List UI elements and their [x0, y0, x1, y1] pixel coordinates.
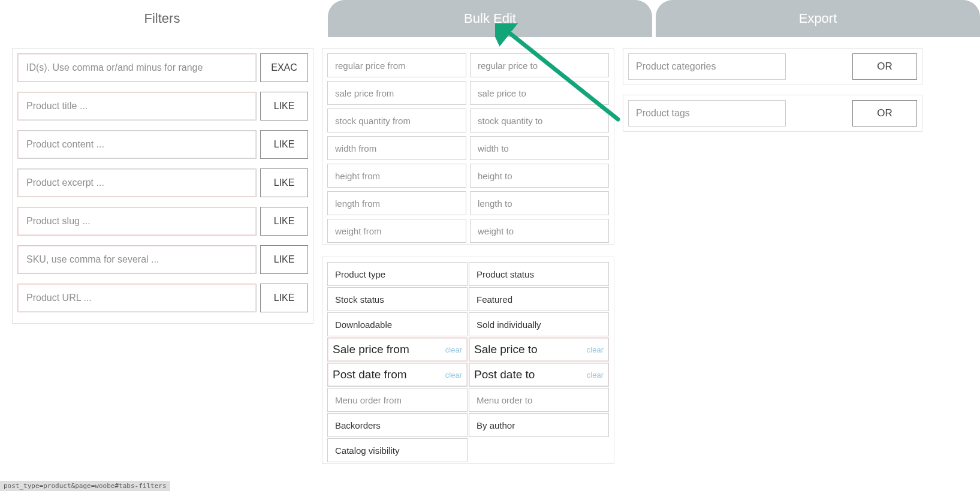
filter-row-excerpt: LIKE: [17, 168, 308, 197]
filter-row-sku: LIKE: [17, 245, 308, 274]
content-mode-select[interactable]: LIKE: [260, 130, 308, 159]
range-filters-column: Product type Product status Stock status…: [322, 48, 614, 476]
catalog-visibility-select[interactable]: Catalog visibility: [327, 438, 468, 462]
clear-link[interactable]: clear: [587, 370, 604, 379]
date-label: Post date from: [333, 368, 407, 381]
featured-select[interactable]: Featured: [469, 287, 609, 311]
sale-price-date-from[interactable]: Sale price from clear: [327, 338, 468, 362]
tabs-bar: Filters Bulk Edit Export: [0, 0, 980, 37]
width-from-input[interactable]: [327, 136, 466, 160]
stock-qty-from-input[interactable]: [327, 109, 466, 132]
height-to-input[interactable]: [470, 164, 609, 188]
slug-input[interactable]: [17, 207, 257, 236]
sale-price-from-input[interactable]: [327, 81, 466, 105]
tab-export[interactable]: Export: [656, 0, 980, 37]
height-from-input[interactable]: [327, 164, 466, 188]
sale-price-to-input[interactable]: [470, 81, 609, 105]
weight-to-input[interactable]: [470, 219, 609, 243]
product-tags-row: OR: [623, 95, 922, 132]
spacer: [791, 100, 848, 126]
text-filters-panel: EXAC LIKE LIKE LIKE LIKE LIKE: [12, 48, 313, 324]
date-label: Sale price to: [474, 343, 538, 356]
post-date-to[interactable]: Post date to clear: [469, 363, 609, 387]
clear-link[interactable]: clear: [587, 345, 604, 354]
status-bar-fragment: post_type=product&page=woobe#tabs-filter…: [0, 481, 170, 491]
filter-row-ids: EXAC: [17, 53, 308, 82]
menu-order-to-input[interactable]: [469, 388, 609, 412]
post-date-from[interactable]: Post date from clear: [327, 363, 468, 387]
length-from-input[interactable]: [327, 191, 466, 215]
title-input[interactable]: [17, 92, 257, 121]
regular-price-to-input[interactable]: [470, 53, 609, 77]
clear-link[interactable]: clear: [445, 370, 462, 379]
product-categories-input[interactable]: [628, 53, 786, 80]
date-label: Sale price from: [333, 343, 409, 356]
weight-from-input[interactable]: [327, 219, 466, 243]
numeric-ranges-panel: [322, 48, 614, 245]
filter-row-url: LIKE: [17, 284, 308, 312]
sale-price-date-to[interactable]: Sale price to clear: [469, 338, 609, 362]
tab-label: Export: [799, 11, 837, 26]
url-mode-select[interactable]: LIKE: [260, 284, 308, 312]
tab-label: Bulk Edit: [464, 11, 516, 26]
downloadable-select[interactable]: Downloadable: [327, 312, 468, 336]
taxonomy-filters-column: OR OR: [623, 48, 922, 476]
sku-mode-select[interactable]: LIKE: [260, 245, 308, 274]
tab-filters[interactable]: Filters: [0, 0, 324, 37]
length-to-input[interactable]: [470, 191, 609, 215]
product-tags-input[interactable]: [628, 100, 786, 126]
slug-mode-select[interactable]: LIKE: [260, 207, 308, 236]
date-label: Post date to: [474, 368, 535, 381]
sold-individually-select[interactable]: Sold individually: [469, 312, 609, 336]
excerpt-input[interactable]: [17, 168, 257, 197]
content-input[interactable]: [17, 130, 257, 159]
excerpt-mode-select[interactable]: LIKE: [260, 168, 308, 197]
attribute-filters-panel: Product type Product status Stock status…: [322, 257, 614, 464]
url-input[interactable]: [17, 284, 257, 312]
categories-operator-select[interactable]: OR: [852, 53, 917, 80]
stock-status-select[interactable]: Stock status: [327, 287, 468, 311]
regular-price-from-input[interactable]: [327, 53, 466, 77]
tab-bulk-edit[interactable]: Bulk Edit: [328, 0, 652, 37]
clear-link[interactable]: clear: [445, 345, 462, 354]
filter-row-slug: LIKE: [17, 207, 308, 236]
menu-order-from-input[interactable]: [327, 388, 468, 412]
tab-label: Filters: [144, 11, 180, 26]
by-author-select[interactable]: By author: [469, 413, 609, 437]
text-filters-column: EXAC LIKE LIKE LIKE LIKE LIKE: [12, 48, 313, 476]
title-mode-select[interactable]: LIKE: [260, 92, 308, 121]
filters-content: EXAC LIKE LIKE LIKE LIKE LIKE: [0, 37, 980, 476]
filter-row-title: LIKE: [17, 92, 308, 121]
ids-mode-select[interactable]: EXAC: [260, 53, 308, 82]
product-status-select[interactable]: Product status: [469, 262, 609, 286]
stock-qty-to-input[interactable]: [470, 109, 609, 132]
filter-row-content: LIKE: [17, 130, 308, 159]
tags-operator-select[interactable]: OR: [852, 100, 917, 126]
product-categories-row: OR: [623, 48, 922, 85]
spacer: [791, 53, 848, 80]
backorders-select[interactable]: Backorders: [327, 413, 468, 437]
sku-input[interactable]: [17, 245, 257, 274]
ids-input[interactable]: [17, 53, 257, 82]
product-type-select[interactable]: Product type: [327, 262, 468, 286]
width-to-input[interactable]: [470, 136, 609, 160]
